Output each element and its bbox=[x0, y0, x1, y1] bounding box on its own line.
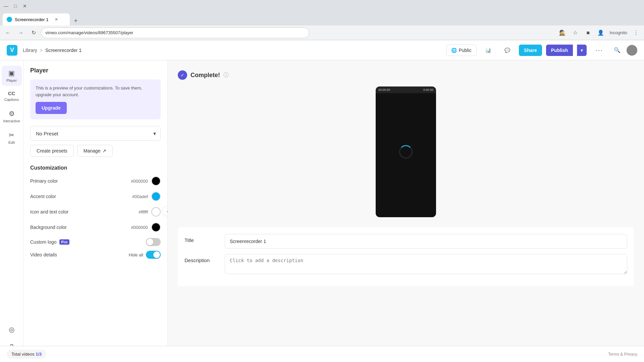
sidebar-item-player[interactable]: ▣ Player bbox=[2, 66, 22, 86]
compass-icon: ◎ bbox=[9, 325, 14, 334]
publish-btn[interactable]: Publish bbox=[546, 45, 573, 56]
customization-title: Customization bbox=[30, 165, 161, 171]
custom-logo-toggle[interactable] bbox=[146, 238, 161, 246]
vimeo-logo: V bbox=[7, 45, 17, 56]
breadcrumb: Library > Screenrecorder 1 bbox=[23, 48, 82, 53]
new-tab-btn[interactable]: + bbox=[71, 16, 80, 25]
accent-color-swatch[interactable] bbox=[151, 192, 161, 201]
refresh-btn[interactable]: ↻ bbox=[28, 27, 39, 38]
sidebar-item-captions[interactable]: CC Captions bbox=[2, 87, 22, 105]
pro-badge: Pro bbox=[59, 239, 69, 245]
search-btn[interactable]: 🔍 bbox=[612, 45, 623, 56]
browser-tab[interactable]: Screenrecorder 1 ✕ bbox=[3, 13, 70, 25]
url-text: vimeo.com/manage/videos/896735507/player bbox=[45, 30, 133, 35]
sidebar-item-compass[interactable]: ◎ bbox=[2, 322, 22, 337]
captions-icon: CC bbox=[8, 90, 15, 96]
primary-color-hex: #000000 bbox=[131, 179, 148, 184]
video-details-row: Video details Hide all bbox=[30, 251, 161, 259]
edit-icon: ✂ bbox=[9, 131, 14, 139]
preset-dropdown: No Preset ▾ bbox=[30, 126, 161, 141]
upgrade-button[interactable]: Upgrade bbox=[36, 102, 67, 114]
toggle-knob bbox=[147, 239, 153, 245]
globe-icon: 🌐 bbox=[451, 48, 457, 53]
total-videos-count: 1/3 bbox=[36, 352, 42, 357]
description-label: Description bbox=[184, 254, 218, 263]
preview-notice: This is a preview of your customizations… bbox=[30, 79, 161, 119]
window-maximize-btn[interactable]: □ bbox=[12, 3, 19, 9]
terms-privacy-link[interactable]: Terms & Privacy bbox=[608, 352, 637, 357]
title-input[interactable] bbox=[225, 234, 627, 249]
hide-all-label: Hide all bbox=[129, 252, 143, 257]
captions-label: Captions bbox=[4, 98, 19, 102]
info-icon[interactable]: ⓘ bbox=[223, 72, 229, 79]
breadcrumb-separator: > bbox=[40, 48, 43, 53]
player-label: Player bbox=[6, 78, 17, 82]
toggle-knob-2 bbox=[153, 251, 160, 258]
footer-links: Terms & Privacy bbox=[608, 352, 637, 357]
player-icon: ▣ bbox=[8, 69, 15, 77]
panel-title: Player bbox=[30, 67, 161, 74]
loading-spinner bbox=[399, 145, 413, 159]
incognito-icon: 🕵 bbox=[557, 27, 568, 38]
incognito-label: Incognito bbox=[609, 30, 627, 35]
video-details-toggle[interactable] bbox=[146, 251, 161, 259]
primary-color-row: Primary color #000000 bbox=[30, 176, 161, 186]
complete-icon: ✓ bbox=[178, 70, 187, 80]
preset-select[interactable]: No Preset bbox=[30, 126, 161, 141]
video-time-right: 0:00:00 bbox=[423, 88, 433, 92]
background-color-row: Background color #000000 bbox=[30, 223, 161, 232]
manage-btn[interactable]: Manage ↗ bbox=[77, 145, 113, 157]
window-minimize-btn[interactable]: ― bbox=[3, 3, 9, 9]
interactive-icon: ⚙ bbox=[9, 110, 15, 118]
video-form: Title Description bbox=[178, 227, 634, 286]
sidebar-item-edit[interactable]: ✂ Edit bbox=[2, 128, 22, 148]
total-videos-badge: Total videos 1/3 bbox=[7, 350, 46, 359]
menu-icon[interactable]: ⋮ bbox=[631, 27, 641, 38]
complete-banner: ✓ Complete! ⓘ bbox=[178, 70, 634, 80]
custom-logo-row: Custom logo Pro bbox=[30, 238, 161, 246]
video-preview[interactable]: 00:00:00 0:00:00 bbox=[376, 86, 436, 217]
preview-notice-text: This is a preview of your customizations… bbox=[36, 85, 155, 98]
primary-color-label: Primary color bbox=[30, 178, 131, 184]
create-presets-btn[interactable]: Create presets bbox=[30, 145, 74, 157]
breadcrumb-current: Screenrecorder 1 bbox=[45, 48, 82, 53]
background-color-label: Background color bbox=[30, 225, 131, 230]
stats-btn[interactable]: 📊 bbox=[481, 45, 496, 56]
accent-color-hex: #00adef bbox=[132, 194, 148, 199]
public-btn[interactable]: 🌐 Public bbox=[446, 45, 477, 56]
header-actions: 🌐 Public 📊 💬 Share Publish ▾ ··· 🔍 bbox=[446, 44, 637, 57]
settings-panel: Player This is a preview of your customi… bbox=[23, 60, 168, 362]
publish-arrow-btn[interactable]: ▾ bbox=[577, 45, 587, 56]
sidebar-item-interactive[interactable]: ⚙ Interactive bbox=[2, 106, 22, 126]
forward-btn[interactable]: → bbox=[15, 27, 26, 38]
avatar[interactable] bbox=[627, 45, 637, 56]
window-close-btn[interactable]: ✕ bbox=[21, 3, 28, 9]
accent-color-label: Accent color bbox=[30, 194, 132, 199]
comments-btn[interactable]: 💬 bbox=[500, 45, 515, 56]
accent-color-row: Accent color #00adef bbox=[30, 192, 161, 201]
title-row: Title bbox=[184, 234, 627, 249]
address-bar[interactable]: vimeo.com/manage/videos/896735507/player bbox=[41, 27, 309, 38]
tab-close-btn[interactable]: ✕ bbox=[54, 17, 59, 22]
extensions-icon[interactable]: ■ bbox=[583, 27, 593, 38]
public-label: Public bbox=[459, 48, 472, 53]
share-btn[interactable]: Share bbox=[519, 45, 542, 56]
star-icon[interactable]: ☆ bbox=[570, 27, 581, 38]
more-actions-btn[interactable]: ··· bbox=[591, 44, 608, 57]
profile-icon[interactable]: 👤 bbox=[595, 27, 606, 38]
publish-label: Publish bbox=[551, 48, 568, 53]
chat-icon: 💬 bbox=[504, 48, 510, 53]
breadcrumb-library[interactable]: Library bbox=[23, 48, 37, 53]
title-label: Title bbox=[184, 234, 218, 243]
manage-label: Manage bbox=[84, 148, 101, 154]
total-videos-label: Total videos bbox=[11, 352, 35, 357]
background-color-swatch[interactable] bbox=[151, 223, 161, 232]
back-btn[interactable]: ← bbox=[3, 27, 13, 38]
interactive-label: Interactive bbox=[3, 119, 20, 123]
custom-logo-label: Custom logo Pro bbox=[30, 239, 146, 245]
description-textarea[interactable] bbox=[225, 254, 627, 274]
tab-title: Screenrecorder 1 bbox=[15, 17, 48, 22]
icon-text-color-row: Icon and text color #ffffff bbox=[30, 207, 161, 217]
primary-color-swatch[interactable] bbox=[151, 176, 161, 186]
icon-text-color-swatch[interactable] bbox=[151, 207, 161, 217]
